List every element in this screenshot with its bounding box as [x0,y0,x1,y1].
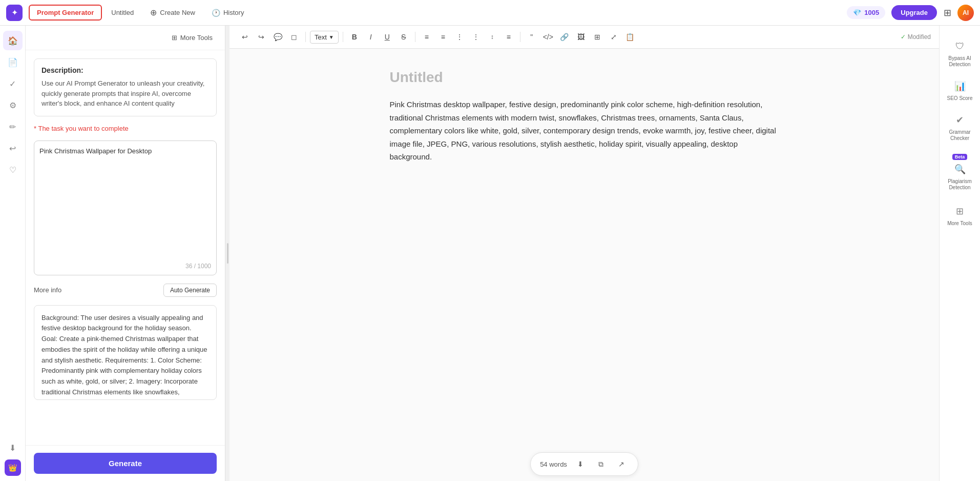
toolbar-separator-4 [520,32,520,42]
copy-icon[interactable]: ⧉ [594,457,608,471]
sidebar-item-pen[interactable]: ✏ [3,117,23,136]
divider-handle [227,243,228,264]
word-count-bar: 54 words ⬇ ⧉ ↗ [530,452,638,476]
external-link-icon[interactable]: ↗ [614,457,629,471]
task-input-wrapper: Pink Christmas Wallpaper for Desktop 36 … [34,141,217,275]
more-info-label[interactable]: More info [34,286,61,294]
generated-text-box: Background: The user desires a visually … [34,305,217,400]
more-tools-icon: ⊞ [952,204,967,218]
underline-button[interactable]: U [380,30,394,44]
topbar: ✦ Prompt Generator Untitled ⊕ Create New… [0,0,980,26]
align-center-button[interactable]: ≡ [436,30,450,44]
crown-badge[interactable]: 👑 [5,459,21,476]
plagiarism-icon: 🔍 [953,162,967,176]
redo-button[interactable]: ↪ [254,30,268,44]
upgrade-button[interactable]: Upgrade [891,5,937,20]
text-format-select[interactable]: Text ▼ [310,31,339,44]
generate-button[interactable]: Generate [34,453,217,474]
expand-button[interactable]: ⤢ [607,30,621,44]
code-button[interactable]: </> [541,30,555,44]
text-format-label: Text [315,33,327,41]
strikethrough-button[interactable]: S [397,30,411,44]
sidebar-item-settings[interactable]: ⚙ [3,95,23,115]
align-justify-button[interactable]: ≡ [502,30,516,44]
grammar-checker-item[interactable]: ✔ Grammar Checker [942,108,978,147]
image-button[interactable]: 🖼 [574,30,588,44]
plus-icon: ⊕ [150,8,157,17]
icon-sidebar-bottom: ⬇ 👑 [3,438,23,476]
table-button[interactable]: ⊞ [590,30,604,44]
gems-counter: 💎 1005 [847,6,885,19]
bypass-ai-item[interactable]: 🛡 Bypass AI Detection [942,34,978,73]
sidebar-item-download[interactable]: ⬇ [3,438,23,457]
editor-doc: Untitled Pink Christmas desktop wallpape… [390,69,779,406]
grammar-checker-label: Grammar Checker [945,129,975,142]
tab-untitled[interactable]: Untitled [104,6,141,19]
description-text: Use our AI Prompt Generator to unleash y… [41,78,209,109]
app-logo: ✦ [6,5,23,21]
doc-title[interactable]: Untitled [390,69,779,86]
tool-panel-header: ⊞ More Tools [26,26,225,50]
editor-toolbar: ↩ ↪ 💬 ◻ Text ▼ B I U S ≡ ≡ ⋮ ⋮ ↕ ≡ " </>… [230,26,939,49]
generate-btn-wrap: Generate [26,445,225,481]
sidebar-item-check[interactable]: ✓ [3,74,23,93]
bypass-ai-icon: 🛡 [953,39,967,53]
tab-prompt-generator[interactable]: Prompt Generator [29,5,102,21]
sidebar-item-history[interactable]: ↩ [3,138,23,158]
align-left-button[interactable]: ≡ [420,30,434,44]
grid-icon[interactable]: ⊞ [939,5,955,21]
sidebar-item-heart[interactable]: ♡ [3,160,23,179]
avatar: AI [957,5,974,21]
icon-sidebar: 🏠 📄 ✓ ⚙ ✏ ↩ ♡ ⬇ 👑 [0,26,26,481]
comment-button[interactable]: 💬 [270,30,285,44]
line-spacing-button[interactable]: ↕ [485,30,499,44]
history-icon: 🕐 [212,9,220,17]
plagiarism-item[interactable]: Beta 🔍 Plagiarism Detection [942,148,978,196]
quote-button[interactable]: " [525,30,539,44]
history-label: History [223,9,244,16]
sidebar-item-home[interactable]: 🏠 [3,31,23,50]
plagiarism-label: Plagiarism Detection [945,178,975,191]
tab-prompt-generator-label: Prompt Generator [37,9,94,16]
doc-button[interactable]: 📋 [623,30,637,44]
auto-generate-button[interactable]: Auto Generate [163,284,217,297]
description-title: Description: [41,66,209,74]
seo-score-icon: 📊 [953,79,967,93]
rs-more-tools[interactable]: ⊞ More Tools [944,199,975,231]
main-layout: 🏠 📄 ✓ ⚙ ✏ ↩ ♡ ⬇ 👑 ⊞ More Tools Descripti… [0,26,980,481]
task-label-text: * The task you want to complete [34,125,129,132]
generated-text: Background: The user desires a visually … [41,314,207,400]
list-unordered-button[interactable]: ⋮ [469,30,483,44]
download-icon[interactable]: ⬇ [573,457,588,471]
editor-content-wrap: Untitled Pink Christmas desktop wallpape… [230,49,939,447]
tab-create-new[interactable]: ⊕ Create New [143,5,202,21]
chevron-down-icon: ▼ [329,34,334,40]
rs-more-tools-label: More Tools [947,221,972,226]
seo-score-item[interactable]: 📊 SEO Score [942,74,978,107]
list-ordered-button[interactable]: ⋮ [452,30,467,44]
tab-history[interactable]: 🕐 History [204,6,251,20]
sidebar-item-document[interactable]: 📄 [3,52,23,72]
toolbar-separator-3 [415,32,415,42]
description-box: Description: Use our AI Prompt Generator… [34,58,217,116]
undo-button[interactable]: ↩ [238,30,252,44]
tab-untitled-label: Untitled [111,9,134,16]
gem-icon: 💎 [853,9,861,16]
doc-body[interactable]: Pink Christmas desktop wallpaper, festiv… [390,98,779,164]
link-button[interactable]: 🔗 [557,30,572,44]
editor-area: ↩ ↪ 💬 ◻ Text ▼ B I U S ≡ ≡ ⋮ ⋮ ↕ ≡ " </>… [230,26,939,481]
tool-panel-content: Description: Use our AI Prompt Generator… [26,50,225,445]
bypass-ai-label: Bypass AI Detection [945,55,975,68]
create-new-label: Create New [160,9,195,16]
more-info-row: More info Auto Generate [34,284,217,297]
modified-badge: ✓ Modified [901,33,931,41]
task-textarea[interactable]: Pink Christmas Wallpaper for Desktop [39,146,211,259]
panel-divider[interactable] [225,26,230,481]
italic-button[interactable]: I [364,30,378,44]
erase-button[interactable]: ◻ [287,30,301,44]
modified-label: Modified [908,33,931,41]
task-label: * The task you want to complete [34,125,217,132]
more-tools-button[interactable]: ⊞ More Tools [168,32,217,44]
toolbar-separator-1 [305,32,306,42]
bold-button[interactable]: B [347,30,362,44]
